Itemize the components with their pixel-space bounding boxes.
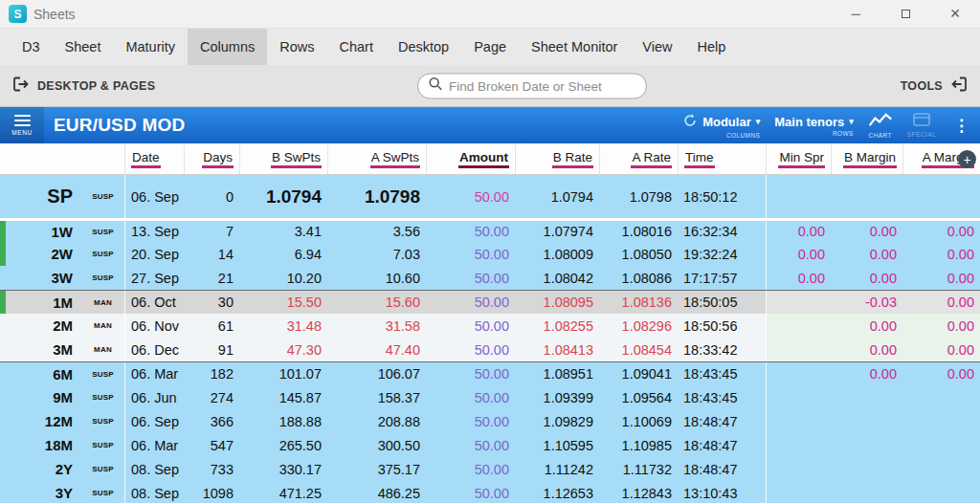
cell-b_swpts[interactable]: 15.50 — [239, 291, 327, 314]
cell-a_margin[interactable]: 0.00 — [902, 314, 980, 338]
cell-date[interactable]: 06. Sep — [124, 175, 184, 218]
cell-a_rate[interactable]: 1.0798 — [599, 175, 678, 218]
column-header-date[interactable]: Date — [124, 143, 184, 174]
cell-amount[interactable]: 50.00 — [426, 291, 515, 314]
cell-b_rate[interactable]: 1.10595 — [515, 433, 599, 457]
cell-badge[interactable]: SUSP — [81, 385, 124, 409]
cell-badge[interactable]: MAN — [81, 338, 124, 361]
cell-b_margin[interactable] — [831, 433, 902, 457]
cell-b_margin[interactable]: 0.00 — [831, 242, 902, 266]
cell-b_margin[interactable] — [831, 385, 902, 409]
sheet-menu-button[interactable]: MENU — [0, 107, 44, 143]
cell-a_margin[interactable]: 0.00 — [902, 362, 980, 385]
cell-a_swpts[interactable]: 10.60 — [327, 266, 426, 290]
cell-time[interactable]: 13:10:43 — [678, 481, 766, 503]
cell-tenor[interactable]: 9M — [0, 385, 81, 409]
cell-tenor[interactable]: 12M — [0, 409, 81, 433]
cell-tenor[interactable]: 1M — [0, 291, 81, 314]
cell-a_swpts[interactable]: 3.56 — [327, 221, 426, 242]
cell-a_rate[interactable]: 1.09564 — [599, 385, 678, 409]
column-header-amount[interactable]: Amount — [426, 143, 515, 174]
cell-a_swpts[interactable]: 375.17 — [327, 457, 426, 481]
chart-button[interactable]: CHART — [868, 113, 893, 139]
cell-b_margin[interactable]: 0.00 — [831, 362, 902, 385]
cell-b_rate[interactable]: 1.0794 — [515, 175, 599, 218]
cell-a_swpts[interactable]: 300.50 — [327, 433, 426, 457]
cell-days[interactable]: 182 — [184, 362, 239, 385]
cell-b_rate[interactable]: 1.08009 — [515, 242, 599, 266]
cell-badge[interactable]: MAN — [81, 291, 124, 314]
cell-amount[interactable]: 50.00 — [426, 221, 515, 242]
cell-a_margin[interactable]: 0.00 — [902, 291, 980, 314]
column-header-a_rate[interactable]: A Rate — [599, 143, 678, 174]
cell-a_swpts[interactable]: 47.40 — [327, 338, 426, 361]
cell-amount[interactable]: 50.00 — [426, 242, 515, 266]
cell-tenor[interactable]: 18M — [0, 433, 81, 457]
cell-badge[interactable]: SUSP — [81, 457, 124, 481]
cell-days[interactable]: 366 — [184, 409, 239, 433]
cell-time[interactable]: 18:50:05 — [678, 291, 766, 314]
column-header-b_swpts[interactable]: B SwPts — [239, 143, 327, 174]
cell-days[interactable]: 21 — [184, 266, 239, 290]
cell-a_rate[interactable]: 1.08296 — [599, 314, 678, 338]
cell-time[interactable]: 18:33:42 — [678, 338, 766, 361]
cell-a_swpts[interactable]: 31.58 — [327, 314, 426, 338]
menu-maturity[interactable]: Maturity — [113, 29, 188, 65]
desktop-pages-button[interactable]: DESKTOP & PAGES — [11, 75, 155, 98]
cell-days[interactable]: 7 — [184, 221, 239, 242]
cell-b_rate[interactable]: 1.08042 — [515, 266, 599, 290]
cell-min_spr[interactable] — [766, 385, 831, 409]
cell-amount[interactable]: 50.00 — [426, 409, 515, 433]
cell-b_swpts[interactable]: 47.30 — [239, 338, 327, 361]
cell-date[interactable]: 13. Sep — [124, 221, 184, 242]
menu-columns[interactable]: Columns — [188, 29, 267, 65]
cell-time[interactable]: 18:48:47 — [678, 457, 766, 481]
cell-amount[interactable]: 50.00 — [426, 338, 515, 361]
cell-a_rate[interactable]: 1.10069 — [599, 409, 678, 433]
cell-badge[interactable]: SUSP — [81, 433, 124, 457]
cell-a_margin[interactable] — [902, 385, 980, 409]
cell-b_swpts[interactable]: 3.41 — [239, 221, 327, 242]
cell-min_spr[interactable]: 0.00 — [766, 221, 831, 242]
cell-date[interactable]: 20. Sep — [124, 242, 184, 266]
cell-b_rate[interactable]: 1.08095 — [515, 291, 599, 314]
minimize-button[interactable]: ─ — [831, 0, 880, 28]
cell-a_rate[interactable]: 1.08454 — [599, 338, 678, 361]
column-header-days[interactable]: Days — [184, 143, 239, 174]
cell-a_margin[interactable] — [902, 175, 980, 218]
cell-b_margin[interactable] — [831, 175, 902, 218]
cell-min_spr[interactable] — [766, 291, 831, 314]
cell-badge[interactable]: SUSP — [81, 266, 124, 290]
cell-b_rate[interactable]: 1.08413 — [515, 338, 599, 361]
cell-min_spr[interactable] — [766, 433, 831, 457]
cell-b_swpts[interactable]: 1.0794 — [239, 175, 327, 218]
cell-b_swpts[interactable]: 6.94 — [239, 242, 327, 266]
cell-time[interactable]: 18:48:47 — [678, 433, 766, 457]
maximize-button[interactable] — [880, 0, 930, 28]
cell-time[interactable]: 18:50:56 — [678, 314, 766, 338]
cell-a_swpts[interactable]: 106.07 — [327, 362, 426, 385]
cell-b_rate[interactable]: 1.09829 — [515, 409, 599, 433]
cell-amount[interactable]: 50.00 — [426, 314, 515, 338]
cell-tenor[interactable]: SP — [0, 175, 81, 218]
cell-badge[interactable]: SUSP — [81, 175, 124, 218]
cell-days[interactable]: 0 — [184, 175, 239, 218]
cell-date[interactable]: 06. Sep — [124, 409, 184, 433]
menu-help[interactable]: Help — [685, 29, 739, 65]
cell-min_spr[interactable]: 0.00 — [766, 242, 831, 266]
cell-days[interactable]: 14 — [184, 242, 239, 266]
cell-days[interactable]: 30 — [184, 291, 239, 314]
cell-a_rate[interactable]: 1.08050 — [599, 242, 678, 266]
cell-amount[interactable]: 50.00 — [426, 457, 515, 481]
cell-badge[interactable]: SUSP — [81, 242, 124, 266]
cell-date[interactable]: 06. Nov — [124, 314, 184, 338]
column-header-b_rate[interactable]: B Rate — [515, 143, 599, 174]
cell-b_swpts[interactable]: 10.20 — [239, 266, 327, 290]
cell-a_swpts[interactable]: 158.37 — [327, 385, 426, 409]
cell-date[interactable]: 06. Dec — [124, 338, 184, 361]
cell-b_margin[interactable]: -0.03 — [831, 291, 902, 314]
cell-a_margin[interactable] — [902, 457, 980, 481]
cell-b_swpts[interactable]: 330.17 — [239, 457, 327, 481]
cell-min_spr[interactable] — [766, 362, 831, 385]
cell-a_margin[interactable]: 0.00 — [902, 221, 980, 242]
